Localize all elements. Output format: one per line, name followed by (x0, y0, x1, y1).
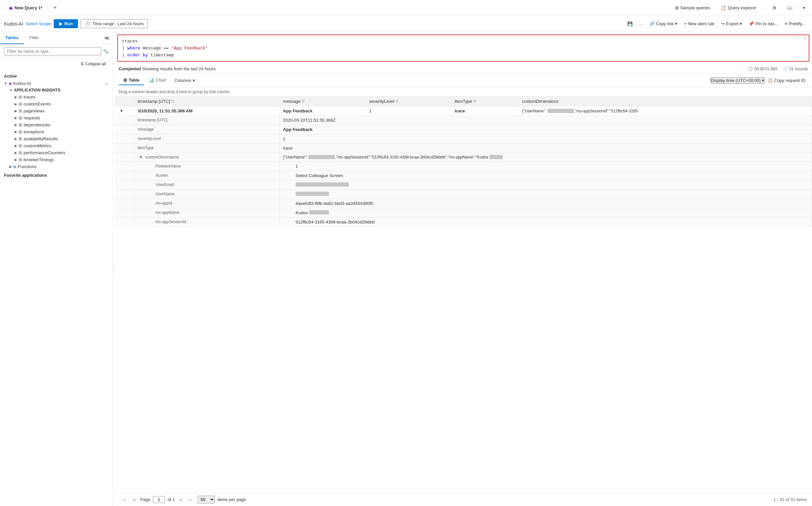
tree-item-exceptions[interactable]: ▶ ⊞ exceptions (0, 128, 112, 135)
filter-input[interactable] (4, 47, 101, 55)
tree-item-functions[interactable]: ▶ fx Functions (0, 163, 112, 170)
run-button[interactable]: ▶ Run (54, 19, 78, 28)
columns-button[interactable]: Columns ▾ (171, 77, 198, 84)
settings-button[interactable]: ⚙ (770, 4, 779, 12)
sub-indent-5 (115, 153, 134, 162)
chart-view-icon: 📊 (149, 78, 154, 83)
query-tab-icon: ◈ (9, 5, 13, 11)
cdim-i1 (115, 162, 134, 171)
tree-label-2: APPLICATION INSIGHTS (14, 88, 60, 92)
first-page-button[interactable]: ⏮ (120, 496, 129, 503)
table-icon-req: ⊞ (18, 115, 22, 120)
tree-item-perf[interactable]: ▶ ⊞ performanceCounters (0, 149, 112, 156)
th-itemtype: itemType ▽ (451, 96, 519, 106)
page-number-input[interactable] (153, 496, 165, 503)
more-button[interactable]: ▾ (800, 4, 808, 12)
tree-item-customevents[interactable]: ▶ ⊞ customEvents (0, 100, 112, 107)
query-editor[interactable]: traces | where message == "App Feedback"… (117, 34, 809, 62)
td-timestamp: 3/10/2020, 11:51:55.366 AM (134, 106, 280, 116)
query-explorer-button[interactable]: 📋 Query explorer (718, 4, 759, 12)
sidebar-collapse-button[interactable]: ≪ (101, 32, 112, 44)
pin-to-dashboard-button[interactable]: 📌 Pin to das... (746, 20, 781, 27)
grid-icon: ⊞ (675, 5, 679, 10)
td-customdim-preview: {"UserName": ,"ms-appSessionId":"512f6c6… (519, 106, 812, 116)
sample-queries-button[interactable]: ⊞ Sample queries (672, 4, 713, 12)
copy-request-id-button[interactable]: 📋 Copy request ID (765, 77, 808, 84)
last-page-button[interactable]: ⏭ (186, 496, 195, 503)
tab-filter[interactable]: Filter (24, 32, 44, 44)
customdim-expand-icon[interactable]: ▼ (138, 155, 144, 160)
copy-icon: 📋 (768, 78, 773, 83)
save-button[interactable]: 💾 (625, 20, 635, 27)
expand-icon[interactable]: ▼ (118, 108, 125, 113)
page-of-label: of 1 (167, 497, 175, 502)
select-scope-button[interactable]: Select Scope (26, 21, 52, 26)
cdim-label-screen: Screen (134, 171, 280, 180)
cdim-feedbackvalue-row: FeebackValue 1 (115, 162, 812, 171)
tree-item-app-insights[interactable]: ▼ APPLICATION INSIGHTS (0, 87, 112, 93)
cdim-value-fv: 1 (279, 162, 812, 171)
tree-item-custommetrics[interactable]: ▶ ⊞ customMetrics (0, 142, 112, 149)
next-page-button[interactable]: ▶ (177, 496, 185, 503)
plus-icon: + (684, 21, 687, 26)
collapse-all-button[interactable]: ⇅ Collapse all (77, 60, 110, 68)
sub-label-sev: severityLevel (134, 134, 280, 144)
tab-tables[interactable]: Tables (0, 32, 24, 44)
sub-label-cdim: ▼ customDimensions (134, 153, 280, 162)
sub-value-it: trace (279, 144, 812, 153)
tree-label-exc: exceptions (23, 129, 44, 134)
main-layout: Tables Filter ≪ 🔍 ⇅ Collapse all Active … (0, 32, 812, 506)
editor-collapse-icon[interactable]: ⌃ (803, 36, 806, 41)
chevron-down-icon-export: ▾ (740, 21, 742, 26)
export-button[interactable]: ↪ Export ▾ (719, 20, 745, 27)
tab-chart[interactable]: 📊 Chart (144, 76, 171, 85)
star-icon[interactable]: ☆ (105, 81, 108, 86)
tree-item-traces[interactable]: ▶ ⊞ traces (0, 93, 112, 100)
query-tab-active[interactable]: ◈ New Query 1* (4, 3, 48, 13)
prettify-button[interactable]: ≡ Prettify... (782, 20, 808, 27)
book-button[interactable]: 📖 (785, 4, 795, 12)
tree-item-kudos-ai[interactable]: ▼ ◈ Kudos-AI ☆ (0, 80, 112, 87)
new-alert-rule-button[interactable]: + New alert rule (682, 20, 717, 27)
td-expand-btn[interactable]: ▼ (115, 106, 134, 116)
cdim-value-session: 512f6c64-3165-43b8-bcaa-2b04cd2febbb (279, 218, 812, 227)
filter-icon-ts[interactable]: ▽ (171, 99, 174, 103)
copy-link-button[interactable]: 🔗 Copy link ▾ (647, 20, 680, 27)
toolbar-actions: 💾 ... 🔗 Copy link ▾ + New alert rule ↪ E… (625, 20, 808, 27)
location-pin-icon: ◈ (9, 81, 12, 86)
table-icon-traces: ⊞ (18, 94, 22, 99)
sub-row-customdim-header: ▼ customDimensions {"UserName": ,"ms-app… (115, 153, 812, 162)
cdim-i3 (115, 180, 134, 190)
results-toolbar: Completed Showing results from the last … (115, 64, 812, 74)
filter-icon-it[interactable]: ▽ (473, 99, 476, 103)
cdim-value-appname: Kudos (279, 208, 812, 218)
td-message: App Feedback (279, 106, 366, 116)
tab-table[interactable]: ⊞ Table (119, 76, 144, 85)
pagination: ⏮ ◀ Page of 1 ▶ ⏭ 50 100 200 items per p… (115, 493, 812, 506)
more-options-button[interactable]: ... (637, 20, 646, 27)
new-tab-button[interactable]: + (50, 2, 60, 13)
prev-page-button[interactable]: ◀ (130, 496, 138, 503)
tree-item-availability[interactable]: ▶ ⊞ availabilityResults (0, 135, 112, 142)
sub-row-itemtype: itemType trace (115, 144, 812, 153)
tree-arrow-ce: ▶ (15, 102, 17, 106)
explorer-icon: 📋 (721, 5, 726, 10)
time-range-button[interactable]: 🕐 Time range : Last 24 hours (81, 19, 148, 28)
tree-label-req: requests (23, 115, 40, 120)
table-icon-ce: ⊞ (18, 101, 22, 106)
tree-item-browser[interactable]: ▶ ⊞ browserTimings (0, 156, 112, 163)
filter-icon-sev[interactable]: ▽ (395, 99, 398, 103)
items-per-page-select[interactable]: 50 100 200 (198, 496, 215, 503)
results-status: Completed Showing results from the last … (119, 66, 217, 71)
link-icon: 🔗 (649, 21, 655, 26)
tree-item-dependencies[interactable]: ▶ ⊞ dependencies (0, 121, 112, 128)
favorite-section: Favorite applications (0, 170, 112, 179)
format-icon: ≡ (785, 21, 788, 26)
chevron-down-icon-time: ▾ (762, 78, 764, 83)
results-table-wrap[interactable]: timestamp [UTC] ▽ message ▽ (115, 96, 812, 493)
tree-item-pageviews[interactable]: ▶ ⊞ pageViews (0, 107, 112, 114)
display-time-button[interactable]: Display time (UTC+00:00) ▾ (710, 77, 765, 84)
title-bar-right: ⊞ Sample queries 📋 Query explorer ⚙ 📖 ▾ (672, 4, 808, 12)
filter-icon-msg[interactable]: ▽ (302, 99, 304, 103)
tree-item-requests[interactable]: ▶ ⊞ requests (0, 114, 112, 121)
